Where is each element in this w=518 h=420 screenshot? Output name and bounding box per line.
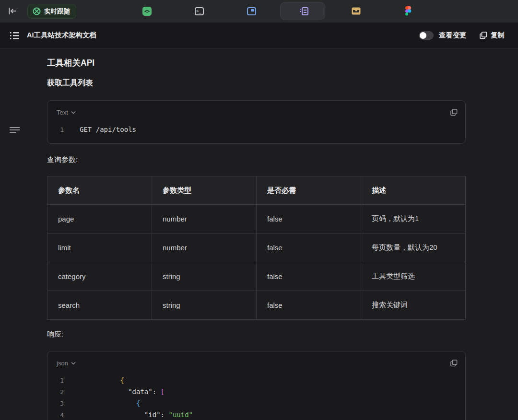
code-line: 1 GET /api/tools [47,124,465,135]
col-header: 参数类型 [152,176,257,205]
cell-description: 工具类型筛选 [361,262,466,291]
cell-required: false [257,233,361,262]
cell-required: false [257,291,361,320]
tab-docs-panel[interactable] [299,6,308,16]
view-changes-label[interactable]: 查看变更 [439,31,467,40]
cell-param-type: string [152,291,257,320]
line-number: 2 [47,388,64,396]
top-toolbar: 实时跟随 <> >_ [0,0,518,23]
collapse-left-icon [8,7,17,15]
chevron-down-icon [71,111,76,114]
line-number: 4 [47,411,64,419]
view-changes-toggle[interactable] [419,31,434,40]
cell-param-type: number [152,205,257,233]
live-follow-label: 实时跟随 [44,7,70,16]
live-follow-icon [33,7,41,15]
cell-param-name: page [47,205,152,233]
params-label: 查询参数: [47,155,466,165]
terminal-panel-icon: >_ [195,7,204,15]
line-number: 3 [47,400,64,407]
code-language-label: json [57,360,68,367]
code-block-request: Text 1 GET /api/tools [47,100,466,144]
cell-description: 每页数量，默认为20 [361,233,466,262]
document-content: 工具相关API 获取工具列表 Text 1 GET /api/tools [0,48,518,420]
col-header: 描述 [361,176,466,205]
line-number: 1 [47,126,64,133]
code-text: GET /api/tools [80,126,136,133]
code-line: 4 "id": "uuid" [47,409,465,420]
tab-code-panel[interactable]: <> [142,6,152,16]
code-language-select[interactable]: Text [57,109,76,116]
response-label: 响应: [47,330,466,339]
code-language-select[interactable]: json [57,360,76,367]
col-header: 是否必需 [257,176,361,205]
cell-param-name: limit [47,233,152,262]
collapse-sidebar-button[interactable] [6,5,19,17]
params-table: 参数名 参数类型 是否必需 描述 page number false 页码，默认… [47,176,466,320]
cell-param-type: number [152,233,257,262]
copy-icon [450,360,458,367]
paragraph-handle-icon[interactable] [10,127,20,133]
code-panel-icon: <> [142,7,152,16]
code-token: [ [161,388,165,396]
table-row: category string false 工具类型筛选 [47,262,466,291]
copy-code-button[interactable] [450,109,458,116]
cell-description: 页码，默认为1 [361,205,466,233]
tab-terminal-panel[interactable]: >_ [194,6,204,16]
browser-panel-icon [247,7,256,15]
tab-browser-panel[interactable] [247,6,256,16]
docs-panel-icon [299,7,308,16]
outline-list-button[interactable] [10,32,19,39]
cell-description: 搜索关键词 [361,291,466,320]
tab-inbox-panel[interactable] [351,6,361,16]
cell-param-name: search [47,291,152,320]
cell-required: false [257,262,361,291]
cell-required: false [257,205,361,233]
cell-param-type: string [152,262,257,291]
inbox-panel-icon [352,7,361,15]
copy-icon [450,109,458,116]
list-icon [10,32,19,39]
figma-icon [405,6,412,16]
live-follow-button[interactable]: 实时跟随 [27,4,76,19]
code-language-label: Text [57,109,68,116]
copy-document-button[interactable]: 复制 [480,31,505,40]
code-block-response: json 1 { 2 "da [47,351,466,420]
document-title: AI工具站技术架构文档 [27,31,96,40]
toggle-knob [420,32,426,39]
col-header: 参数名 [47,176,152,205]
cell-param-name: category [47,262,152,291]
copy-document-label: 复制 [491,31,505,40]
table-row: limit number false 每页数量，默认为20 [47,233,466,262]
copy-code-button[interactable] [450,360,458,367]
code-token: "id": [120,411,168,419]
chevron-down-icon [71,362,76,365]
table-row: page number false 页码，默认为1 [47,205,466,233]
copy-icon [480,32,487,39]
tab-figma-panel[interactable] [403,6,413,16]
document-titlebar: AI工具站技术架构文档 查看变更 复制 [0,23,518,48]
subsection-heading: 获取工具列表 [47,78,466,88]
table-row: search string false 搜索关键词 [47,291,466,320]
line-number: 1 [47,377,64,384]
table-header-row: 参数名 参数类型 是否必需 描述 [47,176,466,205]
code-token: "uuid" [168,411,193,419]
section-heading: 工具相关API [47,57,466,67]
